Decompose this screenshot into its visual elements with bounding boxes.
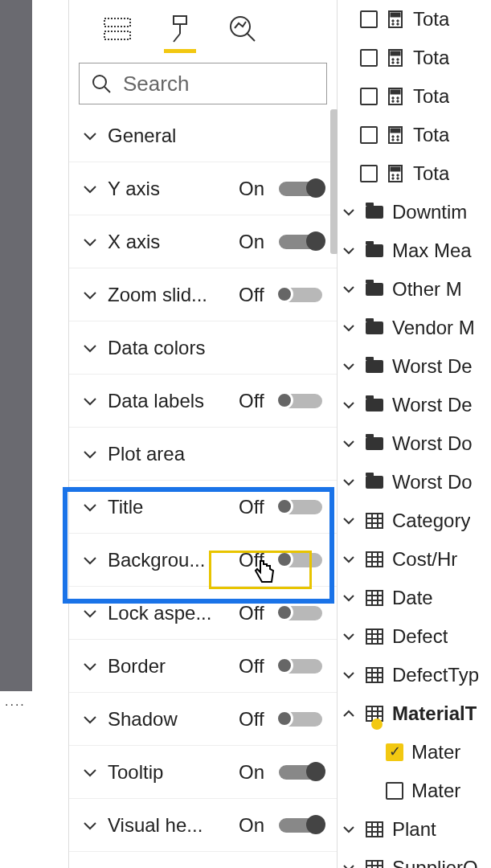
checkbox[interactable] (360, 49, 378, 67)
format-row-data-labels[interactable]: Data labelsOff (69, 375, 337, 428)
format-row-border[interactable]: BorderOff (69, 640, 337, 693)
format-tab-icon[interactable] (164, 10, 196, 48)
format-row-lock-aspe-[interactable]: Lock aspe...Off (69, 587, 337, 640)
row-label: Y axis (108, 178, 239, 200)
search-input[interactable]: Search (79, 63, 327, 104)
search-placeholder: Search (123, 72, 189, 96)
svg-rect-34 (391, 167, 400, 171)
chevron-down-icon (80, 661, 100, 671)
folder-item[interactable]: Worst De (338, 386, 491, 424)
toggle-switch[interactable] (279, 765, 322, 780)
field-label: Vendor M (392, 317, 475, 339)
folder-item[interactable]: Vendor M (338, 309, 491, 347)
format-row-y-axis[interactable]: Y axisOn (69, 162, 337, 215)
chevron-up-icon (341, 710, 357, 719)
field-label: Worst Do (392, 471, 473, 493)
svg-rect-28 (391, 129, 400, 133)
row-label: Zoom slid... (108, 284, 239, 306)
selected-badge-icon (371, 719, 383, 730)
fields-tab-icon[interactable] (101, 10, 133, 48)
folder-icon (365, 206, 384, 219)
toggle-switch[interactable] (279, 235, 322, 249)
measure-item[interactable]: Tota (338, 154, 491, 193)
table-item[interactable]: Plant (338, 810, 491, 849)
checkbox[interactable] (360, 10, 378, 28)
svg-point-7 (93, 76, 106, 88)
checkbox[interactable] (360, 165, 378, 182)
table-item[interactable]: Category (338, 502, 491, 540)
toggle-switch[interactable] (279, 659, 322, 674)
canvas-edge (0, 0, 32, 691)
folder-item[interactable]: Worst De (338, 347, 491, 386)
field-label: Worst De (392, 355, 473, 378)
resize-dots: .... (5, 694, 26, 709)
format-row-data-colors[interactable]: Data colors (69, 321, 337, 375)
svg-point-29 (392, 136, 394, 137)
toggle-switch[interactable] (279, 500, 322, 514)
toggle-switch[interactable] (279, 394, 322, 408)
table-item[interactable]: Defect (338, 617, 491, 656)
format-row-plot-area[interactable]: Plot area (69, 428, 337, 481)
folder-item[interactable]: Max Mea (338, 231, 491, 270)
field-child-item[interactable]: Mater (338, 772, 491, 810)
table-item[interactable]: Cost/Hr (338, 540, 491, 579)
table-icon (365, 590, 384, 606)
analytics-tab-icon[interactable] (227, 10, 259, 48)
toggle-switch[interactable] (279, 288, 322, 302)
chevron-down-icon (341, 594, 357, 603)
chevron-down-icon (80, 608, 100, 618)
measure-item[interactable]: Tota (338, 116, 491, 154)
field-label: Cost/Hr (392, 548, 457, 571)
checkbox[interactable] (360, 88, 378, 105)
checkbox[interactable] (386, 743, 403, 761)
chevron-down-icon (341, 362, 357, 371)
measure-item[interactable]: Tota (338, 0, 491, 39)
toggle-switch[interactable] (279, 712, 322, 727)
checkbox[interactable] (360, 126, 378, 144)
measure-item[interactable]: Tota (338, 77, 491, 116)
toggle-switch[interactable] (279, 553, 322, 567)
table-item[interactable]: MaterialT (338, 694, 491, 733)
svg-rect-39 (366, 514, 383, 528)
table-icon (365, 513, 384, 529)
svg-point-18 (397, 59, 399, 60)
format-row-tooltip[interactable]: TooltipOn (69, 746, 337, 799)
table-item[interactable]: Date (338, 579, 491, 617)
format-row-title[interactable]: TitleOff (69, 481, 337, 534)
folder-item[interactable]: Downtim (338, 193, 491, 231)
table-item[interactable]: SupplierQ (338, 849, 491, 868)
measure-item[interactable]: Tota (338, 39, 491, 77)
chevron-down-icon (80, 290, 100, 300)
folder-item[interactable]: Other M (338, 270, 491, 309)
format-row-backgrou-[interactable]: Backgrou...Off (69, 534, 337, 587)
chevron-down-icon (341, 285, 357, 294)
calculator-icon (386, 10, 405, 29)
toggle-switch[interactable] (279, 182, 322, 196)
field-label: Mater (411, 741, 460, 764)
format-row-visual-he-[interactable]: Visual he...On (69, 799, 337, 852)
chevron-down-icon (341, 825, 357, 834)
toggle-switch[interactable] (279, 606, 322, 620)
chevron-down-icon (80, 768, 100, 777)
format-row-zoom-slid-[interactable]: Zoom slid...Off (69, 268, 337, 321)
checkbox[interactable] (386, 782, 403, 800)
toggle-state-text: On (239, 178, 272, 200)
field-child-item[interactable]: Mater (338, 733, 491, 772)
format-row-shadow[interactable]: ShadowOff (69, 693, 337, 746)
folder-item[interactable]: Worst Do (338, 424, 491, 463)
svg-point-24 (397, 97, 399, 99)
svg-point-20 (397, 62, 399, 63)
toggle-state-text: Off (239, 602, 272, 624)
svg-point-23 (392, 97, 394, 99)
table-item[interactable]: DefectTyp (338, 656, 491, 694)
toggle-switch[interactable] (279, 818, 322, 833)
folder-item[interactable]: Worst Do (338, 463, 491, 502)
format-row-x-axis[interactable]: X axisOn (69, 215, 337, 268)
table-icon (365, 628, 384, 645)
calculator-icon (386, 48, 405, 68)
chevron-down-icon (80, 131, 100, 141)
row-label: Title (108, 496, 239, 518)
format-row-general[interactable]: General (69, 109, 337, 162)
field-label: Max Mea (392, 240, 472, 262)
field-label: Tota (413, 47, 449, 69)
